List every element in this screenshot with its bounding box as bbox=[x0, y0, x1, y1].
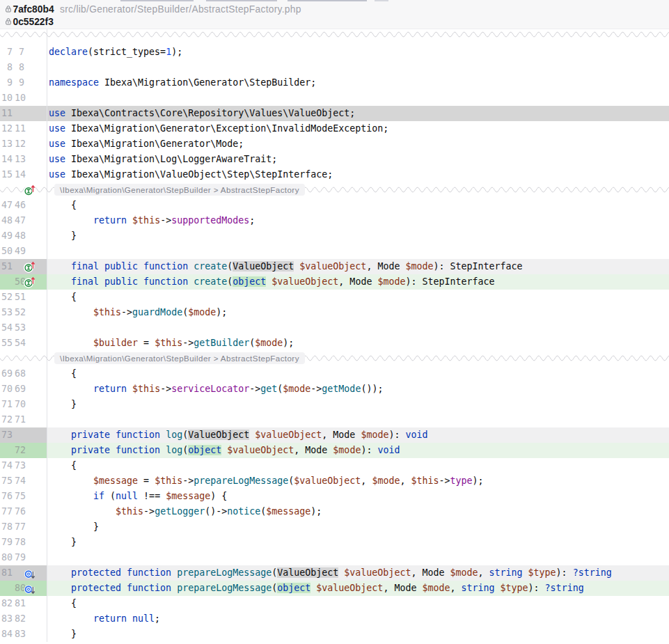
old-line-number: 83 bbox=[0, 611, 13, 627]
old-line-number: 12 bbox=[0, 121, 13, 136]
old-line-number: 47 bbox=[0, 198, 13, 213]
gutter: 4847 bbox=[0, 213, 47, 228]
new-line-number: 69 bbox=[15, 382, 24, 397]
added-line: 50 final public function create(object $… bbox=[0, 274, 669, 290]
folded-region-squiggle bbox=[0, 29, 669, 45]
new-line-number: 83 bbox=[15, 627, 24, 642]
old-line-number: 50 bbox=[0, 244, 13, 259]
new-line-number: 71 bbox=[15, 412, 24, 427]
clipped-content-artifact bbox=[206, 0, 277, 1]
code-line: 7978 } bbox=[0, 535, 669, 550]
code-line: 5554 $builder = $this->getBuilder($mode)… bbox=[0, 336, 669, 351]
gutter: 1413 bbox=[0, 152, 47, 167]
code-text: use Ibexa\Migration\ValueObject\Step\Ste… bbox=[47, 167, 669, 182]
code-text: final public function create(object $val… bbox=[47, 274, 669, 290]
implements-interface-icon[interactable] bbox=[24, 184, 36, 197]
old-line-number: 72 bbox=[0, 412, 13, 427]
folded-lines-separator[interactable]: \Ibexa\Migration\Generator\StepBuilder >… bbox=[0, 182, 669, 198]
gutter: 99 bbox=[0, 75, 47, 91]
new-line-number: 14 bbox=[15, 167, 24, 182]
code-line: 77declare(strict_types=1); bbox=[0, 45, 669, 60]
code-line: 7069 return $this->serviceLocator->get($… bbox=[0, 382, 669, 397]
old-line-number: 73 bbox=[0, 427, 13, 443]
gutter: 5352 bbox=[0, 305, 47, 320]
code-line: 5352 $this->guardMode($mode); bbox=[0, 305, 669, 320]
gutter: 11 bbox=[0, 106, 47, 121]
implements-interface-icon[interactable] bbox=[24, 276, 36, 289]
new-line-number: 8 bbox=[15, 60, 24, 75]
gutter: 7473 bbox=[0, 458, 47, 473]
gutter: 4948 bbox=[0, 228, 47, 244]
context-breadcrumb-chip: \Ibexa\Migration\Generator\StepBuilder >… bbox=[54, 352, 305, 364]
gutter: 80 bbox=[0, 581, 47, 596]
new-line-number: 68 bbox=[15, 366, 24, 382]
old-line-number: 10 bbox=[0, 91, 13, 106]
code-line: 5049 bbox=[0, 244, 669, 259]
code-text bbox=[47, 550, 669, 565]
code-text: $message = $this->prepareLogMessage($val… bbox=[47, 473, 669, 489]
revision-row-left: 7afc80b4 src/lib/Generator/StepBuilder/A… bbox=[0, 3, 301, 15]
code-text: use Ibexa\Contracts\Core\Repository\Valu… bbox=[47, 106, 669, 121]
overridden-method-icon[interactable] bbox=[24, 583, 36, 595]
code-text: } bbox=[47, 535, 669, 550]
gutter: 7978 bbox=[0, 535, 47, 550]
added-line: 72 private function log(object $valueObj… bbox=[0, 443, 669, 458]
gutter: 88 bbox=[0, 60, 47, 75]
code-text: } bbox=[47, 228, 669, 244]
code-text bbox=[47, 244, 669, 259]
context-breadcrumb-chip: \Ibexa\Migration\Generator\StepBuilder >… bbox=[54, 184, 305, 196]
old-line-number: 49 bbox=[0, 228, 13, 244]
new-line-number: 73 bbox=[15, 458, 24, 473]
code-line: 7271 bbox=[0, 412, 669, 427]
old-line-number: 7 bbox=[0, 45, 13, 60]
clipped-content-artifact bbox=[288, 0, 367, 1]
code-text: } bbox=[47, 627, 669, 642]
folded-lines-separator[interactable]: \Ibexa\Migration\Generator\StepBuilder >… bbox=[0, 351, 669, 366]
new-line-number: 82 bbox=[15, 611, 24, 627]
overridden-method-icon[interactable] bbox=[24, 567, 36, 580]
gutter: 5554 bbox=[0, 336, 47, 351]
commit-hash-left[interactable]: 7afc80b4 bbox=[13, 4, 54, 15]
new-line-number: 54 bbox=[15, 336, 24, 351]
gutter: 1010 bbox=[0, 91, 47, 106]
code-line: 1413use Ibexa\Migration\Log\LoggerAwareT… bbox=[0, 152, 669, 167]
gutter: 5453 bbox=[0, 320, 47, 336]
new-line-number: 11 bbox=[15, 121, 24, 136]
code-text: namespace Ibexa\Migration\Generator\Step… bbox=[47, 75, 669, 91]
gutter: 77 bbox=[0, 45, 47, 60]
new-line-number: 46 bbox=[15, 198, 24, 213]
old-line-number: 14 bbox=[0, 152, 13, 167]
folded-lines-separator[interactable] bbox=[0, 29, 669, 45]
gutter: 5251 bbox=[0, 290, 47, 305]
implements-interface-icon[interactable] bbox=[24, 261, 36, 274]
new-line-number: 50 bbox=[15, 274, 24, 290]
commit-hash-right[interactable]: 0c5522f3 bbox=[13, 17, 54, 27]
code-text bbox=[47, 412, 669, 427]
gutter: 73 bbox=[0, 427, 47, 443]
gutter: 1514 bbox=[0, 167, 47, 182]
old-line-number: 8 bbox=[0, 60, 13, 75]
code-text: return null; bbox=[47, 611, 669, 627]
code-text: use Ibexa\Migration\Log\LoggerAwareTrait… bbox=[47, 152, 669, 167]
code-line: 8281 { bbox=[0, 596, 669, 611]
gutter: 8483 bbox=[0, 627, 47, 642]
code-text: return $this->supportedModes; bbox=[47, 213, 669, 228]
old-line-number: 81 bbox=[0, 565, 13, 581]
new-line-number: 76 bbox=[15, 504, 24, 519]
new-line-number: 80 bbox=[15, 581, 24, 596]
code-text: use Ibexa\Migration\Generator\Mode; bbox=[47, 136, 669, 152]
new-line-number: 70 bbox=[15, 397, 24, 412]
new-line-number: 78 bbox=[15, 535, 24, 550]
gutter: 8382 bbox=[0, 611, 47, 627]
old-line-number: 70 bbox=[0, 382, 13, 397]
deleted-line: 73 private function log(ValueObject $val… bbox=[0, 427, 669, 443]
code-text: declare(strict_types=1); bbox=[47, 45, 669, 60]
old-line-number: 71 bbox=[0, 397, 13, 412]
code-line: 7574 $message = $this->prepareLogMessage… bbox=[0, 473, 669, 489]
gutter: 7271 bbox=[0, 412, 47, 427]
code-line: 6968 { bbox=[0, 366, 669, 382]
code-line: 4948 } bbox=[0, 228, 669, 244]
gutter: 8281 bbox=[0, 596, 47, 611]
code-text bbox=[47, 91, 669, 106]
code-line: 4847 return $this->supportedModes; bbox=[0, 213, 669, 228]
